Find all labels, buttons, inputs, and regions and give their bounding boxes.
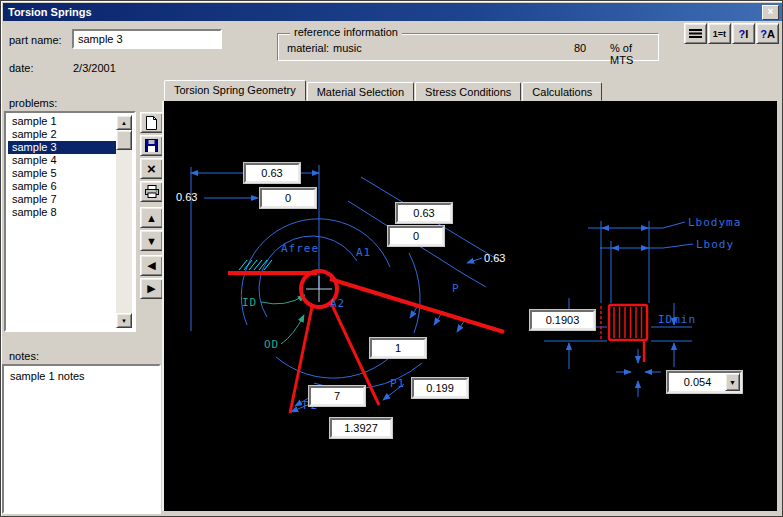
- list-item[interactable]: sample 5: [8, 167, 116, 180]
- dim-input-diag-offset[interactable]: 0: [388, 226, 444, 246]
- lbodymax-label: Lbodyma: [688, 216, 741, 229]
- down-arrow-icon: ▼: [146, 235, 157, 247]
- app-window: Torsion Springs × part name: date: 2/3/2…: [0, 0, 783, 517]
- list-item[interactable]: sample 4: [8, 154, 116, 167]
- left-dim-text: 0.63: [176, 191, 197, 203]
- material-value: music: [333, 42, 362, 54]
- list-item[interactable]: sample 2: [8, 128, 116, 141]
- units-button[interactable]: 1=t: [708, 23, 731, 44]
- move-down-button[interactable]: ▼: [140, 230, 163, 251]
- percent-value: 80: [574, 42, 586, 54]
- help-topic-icon: ?I: [739, 28, 749, 40]
- titlebar[interactable]: Torsion Springs ×: [3, 3, 782, 21]
- reference-groupbox: reference information material: music 80…: [277, 33, 659, 61]
- problems-listbox: sample 1 sample 2 sample 3 sample 4 samp…: [4, 111, 136, 332]
- list-item-selected[interactable]: sample 3: [8, 141, 116, 154]
- date-value: 2/3/2001: [73, 62, 116, 74]
- part-name-input[interactable]: [72, 29, 222, 49]
- tab-torsion-spring-geometry[interactable]: Torsion Spring Geometry: [164, 80, 306, 101]
- units-icon: 1=t: [713, 29, 726, 39]
- right-arrow-icon: ▶: [147, 282, 155, 295]
- save-button[interactable]: [140, 135, 163, 156]
- dim-input-diag-width[interactable]: 0.63: [396, 203, 452, 223]
- list-item[interactable]: sample 6: [8, 180, 116, 193]
- scroll-down-icon: ▼: [121, 318, 127, 324]
- dim-input-body-od[interactable]: 0.1903: [530, 310, 595, 330]
- dim-input-top-offset[interactable]: 0: [260, 188, 316, 208]
- notes-textarea[interactable]: sample 1 notes: [2, 364, 161, 514]
- p-label: P: [452, 282, 460, 295]
- scroll-thumb[interactable]: [116, 130, 132, 150]
- list-item[interactable]: sample 8: [8, 206, 116, 219]
- help-about-button[interactable]: ?A: [756, 23, 779, 44]
- window-title: Torsion Springs: [8, 6, 92, 18]
- save-icon: [145, 139, 158, 152]
- left-arrow-icon: ◀: [147, 259, 155, 272]
- scroll-up-icon: ▲: [121, 120, 127, 126]
- date-label: date:: [9, 62, 33, 74]
- close-icon: ×: [768, 6, 774, 17]
- dim-input-coil[interactable]: 1: [370, 338, 426, 358]
- list-item[interactable]: sample 7: [8, 193, 116, 206]
- new-problem-button[interactable]: [140, 112, 163, 133]
- close-button[interactable]: ×: [762, 5, 779, 20]
- a1-label: A1: [356, 246, 371, 259]
- material-label: material:: [287, 42, 329, 54]
- od-label: OD: [264, 338, 279, 351]
- help-topic-button[interactable]: ?I: [732, 23, 755, 44]
- move-right-button[interactable]: ▶: [140, 278, 163, 299]
- id-label: ID: [242, 296, 257, 309]
- dim-input-top-width[interactable]: 0.63: [244, 163, 300, 183]
- geometry-canvas: Afree A1 A2 P P1 P2 ID OD Lbodyma Lbody …: [162, 101, 777, 511]
- menu-lines-icon: [689, 29, 702, 38]
- printer-icon: [145, 185, 159, 198]
- help-about-icon: ?A: [760, 28, 775, 40]
- tab-calculations[interactable]: Calculations: [522, 82, 602, 101]
- list-scrollbar[interactable]: ▲ ▼: [116, 115, 132, 328]
- lbody-label: Lbody: [696, 238, 734, 251]
- menu-button[interactable]: [684, 23, 707, 44]
- reference-group-label: reference information: [290, 26, 402, 38]
- notes-label: notes:: [9, 350, 39, 362]
- chevron-down-icon: ▼: [729, 379, 736, 386]
- part-name-label: part name:: [9, 34, 62, 46]
- tab-stress-conditions[interactable]: Stress Conditions: [415, 82, 521, 101]
- right-dim-text: 0.63: [484, 252, 505, 264]
- delete-x-icon: ×: [147, 160, 156, 177]
- new-document-icon: [145, 116, 158, 130]
- problems-label: problems:: [9, 97, 57, 109]
- percent-label: % of MTS: [610, 42, 658, 66]
- move-left-button[interactable]: ◀: [140, 255, 163, 276]
- scroll-down-button[interactable]: ▼: [116, 313, 132, 328]
- move-up-button[interactable]: ▲: [140, 207, 163, 228]
- problems-list: sample 1 sample 2 sample 3 sample 4 samp…: [8, 115, 116, 328]
- delete-button[interactable]: ×: [140, 158, 163, 179]
- list-item[interactable]: sample 1: [8, 115, 116, 128]
- tab-bar: Torsion Spring Geometry Material Selecti…: [164, 80, 603, 101]
- up-arrow-icon: ▲: [146, 212, 157, 224]
- p1-label: P1: [390, 377, 405, 390]
- scroll-up-button[interactable]: ▲: [116, 115, 132, 130]
- dim-input-p1[interactable]: 0.199: [412, 378, 468, 398]
- a2-label: A2: [330, 297, 345, 310]
- tab-material-selection[interactable]: Material Selection: [307, 82, 414, 101]
- dim-input-leg[interactable]: 7: [309, 386, 365, 406]
- wire-dia-dropdown-button[interactable]: ▼: [725, 373, 740, 391]
- afree-label: Afree: [281, 242, 319, 255]
- dim-input-p2[interactable]: 1.3927: [330, 418, 392, 438]
- idmin-label: IDmin: [658, 313, 696, 326]
- print-button[interactable]: [140, 181, 163, 202]
